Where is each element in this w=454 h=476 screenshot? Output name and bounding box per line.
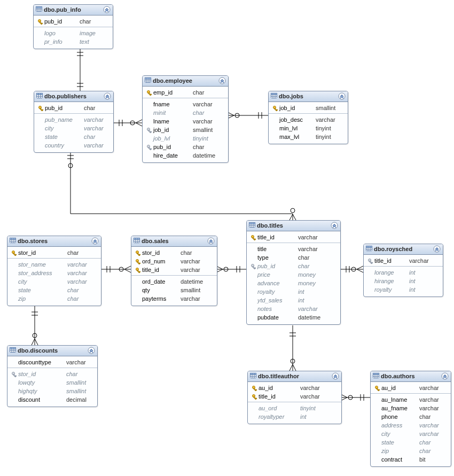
column-row[interactable]: emp_idchar [146, 88, 225, 97]
column-row[interactable]: pubdatedatetime [250, 313, 337, 322]
column-row[interactable]: qtysmallint [135, 286, 214, 294]
table-discounts[interactable]: dbo.discountsdiscounttypevarcharstor_idc… [7, 345, 98, 407]
table-authors[interactable]: dbo.authorsau_idvarcharau_lnamevarcharau… [370, 371, 451, 467]
column-row[interactable]: stor_idchar [135, 248, 214, 257]
table-sales[interactable]: dbo.salesstor_idcharord_numvarchartitle_… [131, 236, 217, 306]
column-row[interactable]: advancemoney [250, 279, 337, 287]
table-titleauthor[interactable]: dbo.titleauthorau_idvarchartitle_idvarch… [247, 371, 342, 424]
table-header[interactable]: dbo.authors [371, 371, 451, 382]
column-row[interactable]: zipchar [11, 294, 98, 303]
table-header[interactable]: dbo.stores [7, 236, 101, 247]
column-row[interactable]: royaltyperint [251, 412, 338, 421]
column-row[interactable]: paytermsvarchar [135, 294, 214, 303]
column-row[interactable]: minitchar [146, 108, 225, 117]
column-row[interactable]: discounttypevarchar [11, 358, 94, 366]
column-row[interactable]: typechar [250, 253, 337, 262]
column-row[interactable]: cityvarchar [374, 430, 448, 438]
table-header[interactable]: dbo.titles [247, 221, 340, 231]
column-row[interactable]: pr_infotext [37, 37, 109, 46]
collapse-icon[interactable] [441, 372, 449, 380]
collapse-icon[interactable] [218, 77, 226, 84]
collapse-icon[interactable] [91, 237, 99, 245]
table-header[interactable]: dbo.discounts [7, 346, 97, 356]
collapse-icon[interactable] [433, 245, 441, 253]
column-row[interactable]: title_idvarchar [367, 256, 440, 265]
collapse-icon[interactable] [338, 92, 346, 100]
column-row[interactable]: ord_datedatetime [135, 277, 214, 286]
table-stores[interactable]: dbo.storesstor_idcharstor_namevarcharsto… [7, 236, 101, 306]
column-row[interactable]: cityvarchar [37, 124, 110, 132]
column-row[interactable]: job_descvarchar [272, 115, 345, 124]
column-row[interactable]: hire_datedatetime [146, 151, 225, 160]
column-row[interactable]: cityvarchar [11, 277, 98, 286]
column-row[interactable]: title_idvarchar [135, 266, 214, 274]
column-row[interactable]: title_idvarchar [250, 233, 337, 241]
column-row[interactable]: hirangeint [367, 277, 440, 285]
column-row[interactable]: stor_addressvarchar [11, 269, 98, 277]
column-row[interactable]: zipchar [374, 447, 448, 455]
column-row[interactable]: statechar [374, 438, 448, 447]
column-row[interactable]: job_idsmallint [272, 104, 345, 112]
column-row[interactable]: title_idvarchar [251, 392, 338, 401]
column-row[interactable]: statechar [11, 286, 98, 294]
column-row[interactable]: titlevarchar [250, 245, 337, 253]
pk-separator [34, 27, 113, 27]
column-row[interactable]: pricemoney [250, 270, 337, 279]
table-titles[interactable]: dbo.titlestitle_idvarchartitlevarchartyp… [246, 220, 341, 325]
column-row[interactable]: au_fnamevarchar [374, 404, 448, 412]
collapse-icon[interactable] [88, 347, 95, 354]
column-row[interactable]: phonechar [374, 412, 448, 421]
table-employee[interactable]: dbo.employeeemp_idcharfnamevarcharminitc… [142, 75, 229, 163]
column-row[interactable]: lnamevarchar [146, 117, 225, 126]
column-row[interactable]: countryvarchar [37, 141, 110, 150]
column-row[interactable]: pub_idchar [37, 17, 109, 26]
column-row[interactable]: au_ordtinyint [251, 404, 338, 412]
column-row[interactable]: job_idsmallint [146, 126, 225, 134]
table-roysched[interactable]: dbo.royschedtitle_idvarcharlorangeinthir… [363, 244, 443, 297]
table-jobs[interactable]: dbo.jobsjob_idsmallintjob_descvarcharmin… [268, 91, 348, 144]
table-header[interactable]: dbo.jobs [269, 91, 348, 102]
collapse-icon[interactable] [103, 6, 111, 13]
column-row[interactable]: fnamevarchar [146, 100, 225, 108]
column-type: varchar [181, 257, 214, 266]
table-header[interactable]: dbo.pub_info [34, 5, 113, 15]
column-row[interactable]: stor_namevarchar [11, 260, 98, 269]
table-header[interactable]: dbo.employee [143, 76, 228, 87]
column-row[interactable]: contractbit [374, 455, 448, 464]
table-publishers[interactable]: dbo.publisherspub_idcharpub_namevarcharc… [34, 91, 114, 153]
collapse-icon[interactable] [207, 237, 215, 245]
collapse-icon[interactable] [331, 222, 338, 229]
column-row[interactable]: min_lvltinyint [272, 124, 345, 132]
column-row[interactable]: logoimage [37, 29, 109, 37]
column-row[interactable]: lorangeint [367, 268, 440, 277]
column-row[interactable]: stor_idchar [11, 248, 98, 257]
table-header[interactable]: dbo.roysched [364, 244, 443, 255]
column-row[interactable]: discountdecimal [11, 395, 94, 404]
column-row[interactable]: au_idvarchar [374, 384, 448, 392]
table-header[interactable]: dbo.titleauthor [248, 371, 341, 382]
column-row[interactable]: max_lvltinyint [272, 132, 345, 141]
column-row[interactable]: job_lvltinyint [146, 134, 225, 143]
column-row[interactable]: highqtysmallint [11, 387, 94, 395]
column-row[interactable]: pub_idchar [146, 143, 225, 151]
column-row[interactable]: pub_namevarchar [37, 115, 110, 124]
column-row[interactable]: lowqtysmallint [11, 378, 94, 387]
column-row[interactable]: ytd_salesint [250, 296, 337, 305]
column-row[interactable]: addressvarchar [374, 421, 448, 430]
column-row[interactable]: notesvarchar [250, 305, 337, 313]
column-row[interactable]: au_lnamevarchar [374, 395, 448, 404]
table-pub_info[interactable]: dbo.pub_infopub_idcharlogoimagepr_infote… [33, 4, 113, 49]
column-row[interactable]: au_idvarchar [251, 384, 338, 392]
column-row[interactable]: pub_idchar [37, 104, 110, 112]
column-row[interactable]: stor_idchar [11, 370, 94, 378]
column-row[interactable]: ord_numvarchar [135, 257, 214, 266]
table-header[interactable]: dbo.sales [131, 236, 217, 247]
column-row[interactable]: statechar [37, 132, 110, 141]
collapse-icon[interactable] [104, 92, 111, 100]
column-row[interactable]: royaltyint [367, 285, 440, 294]
column-row[interactable]: pub_idchar [250, 262, 337, 270]
column-name: royalty [374, 285, 409, 294]
table-header[interactable]: dbo.publishers [34, 91, 113, 102]
collapse-icon[interactable] [332, 372, 339, 380]
column-row[interactable]: royaltyint [250, 287, 337, 296]
